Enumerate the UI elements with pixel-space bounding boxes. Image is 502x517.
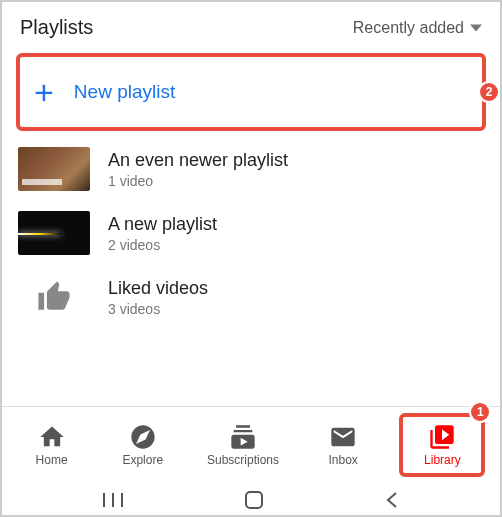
liked-videos-thumbnail xyxy=(18,275,90,319)
bottom-nav: Home Explore Subscriptions Inbox 1 Libra… xyxy=(2,407,500,479)
nav-label: Inbox xyxy=(329,453,358,467)
playlist-subtitle: 3 videos xyxy=(108,301,208,317)
nav-inbox[interactable]: Inbox xyxy=(308,419,378,471)
recent-apps-icon[interactable] xyxy=(100,491,126,509)
nav-subscriptions[interactable]: Subscriptions xyxy=(199,419,287,471)
playlist-title: Liked videos xyxy=(108,278,208,299)
compass-icon xyxy=(129,423,157,451)
playlist-text: Liked videos 3 videos xyxy=(108,278,208,317)
playlist-row[interactable]: Liked videos 3 videos xyxy=(10,265,492,329)
nav-label: Explore xyxy=(122,453,163,467)
nav-explore[interactable]: Explore xyxy=(108,419,178,471)
chevron-down-icon xyxy=(470,22,482,34)
playlist-text: A new playlist 2 videos xyxy=(108,214,217,253)
subscriptions-icon xyxy=(229,423,257,451)
nav-label: Library xyxy=(424,453,461,467)
new-playlist-label: New playlist xyxy=(74,81,175,103)
nav-label: Subscriptions xyxy=(207,453,279,467)
system-nav-bar xyxy=(2,479,500,515)
playlist-list: + New playlist 2 An even newer playlist … xyxy=(2,49,500,402)
home-system-icon[interactable] xyxy=(243,489,265,511)
home-icon xyxy=(38,423,66,451)
annotation-badge-1: 1 xyxy=(469,401,491,423)
sort-label: Recently added xyxy=(353,19,464,37)
thumbs-up-icon xyxy=(37,280,71,314)
app-screen: Playlists Recently added + New playlist … xyxy=(0,0,502,517)
sort-dropdown[interactable]: Recently added xyxy=(353,19,482,37)
section-title: Playlists xyxy=(20,16,93,39)
nav-label: Home xyxy=(36,453,68,467)
playlist-title: An even newer playlist xyxy=(108,150,288,171)
playlist-row[interactable]: A new playlist 2 videos xyxy=(10,201,492,265)
playlist-thumbnail xyxy=(18,211,90,255)
playlist-title: A new playlist xyxy=(108,214,217,235)
library-icon xyxy=(428,423,456,451)
playlist-thumbnail xyxy=(18,147,90,191)
annotation-highlight-2: + New playlist 2 xyxy=(16,53,486,131)
mail-icon xyxy=(329,423,357,451)
section-header: Playlists Recently added xyxy=(2,2,500,49)
annotation-highlight-1: 1 Library xyxy=(399,413,485,477)
playlist-row[interactable]: An even newer playlist 1 video xyxy=(10,137,492,201)
nav-home[interactable]: Home xyxy=(17,419,87,471)
nav-library[interactable]: Library xyxy=(407,419,477,471)
playlist-text: An even newer playlist 1 video xyxy=(108,150,288,189)
playlist-subtitle: 1 video xyxy=(108,173,288,189)
annotation-badge-2: 2 xyxy=(478,81,500,103)
new-playlist-button[interactable]: + New playlist xyxy=(16,53,486,131)
svg-rect-4 xyxy=(246,492,262,508)
plus-icon: + xyxy=(34,75,54,109)
svg-point-0 xyxy=(141,435,144,438)
back-icon[interactable] xyxy=(382,490,402,510)
playlist-subtitle: 2 videos xyxy=(108,237,217,253)
